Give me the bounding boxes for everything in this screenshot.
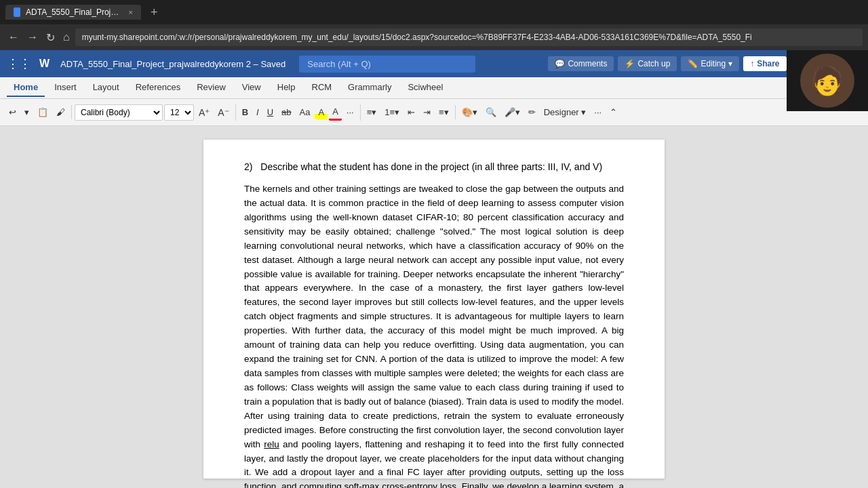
font-name-select[interactable]: Calibri (Body) [75, 104, 163, 121]
bold-button[interactable]: B [239, 105, 252, 119]
section-title: Describe what the student has done in th… [260, 161, 602, 172]
forward-button[interactable]: → [24, 30, 41, 45]
undo-button[interactable]: ↩ [5, 105, 20, 119]
paragraph-group: ≡▾ 1≡▾ ⇤ ⇥ ≡▾ [363, 105, 456, 119]
share-icon: ↑ [750, 59, 754, 68]
tab-home[interactable]: Home [7, 79, 45, 97]
toolbar: ↩ ▾ 📋 🖌 Calibri (Body) 12 A⁺ A⁻ B I U ab… [0, 99, 868, 126]
font-color-button[interactable]: A [329, 104, 342, 121]
video-face: 🧑 [800, 54, 854, 108]
tab-rcm[interactable]: RCM [305, 79, 339, 97]
home-button[interactable]: ⌂ [60, 30, 73, 45]
undo-dropdown[interactable]: ▾ [21, 105, 33, 119]
tab-sciwheel[interactable]: Sciwheel [401, 79, 450, 97]
increase-indent-button[interactable]: ⇥ [420, 105, 434, 119]
paragraph-1: The kernels and other training settings … [244, 182, 624, 488]
relu-text: relu [264, 439, 279, 449]
font-size-select[interactable]: 12 [164, 104, 194, 121]
styles-group: 🎨▾ 🔍 🎤▾ ✏ Designer ▾ ··· ⌃ [458, 105, 623, 119]
decrease-font-button[interactable]: A⁻ [214, 105, 232, 120]
document-area[interactable]: 2) Describe what the student has done in… [0, 126, 868, 488]
tab-review[interactable]: Review [190, 79, 233, 97]
browser-tab[interactable]: ADTA_5550_Final_Project_prajwa... × [5, 5, 141, 20]
numbering-button[interactable]: 1≡▾ [381, 105, 403, 119]
browser-chrome: ADTA_5550_Final_Project_prajwa... × + [0, 0, 868, 24]
catch-up-icon: ⚡ [625, 59, 635, 68]
catch-up-label: Catch up [637, 59, 670, 68]
decrease-indent-button[interactable]: ⇤ [404, 105, 418, 119]
designer-button[interactable]: Designer ▾ [540, 105, 590, 119]
highlight-button[interactable]: A [315, 105, 328, 119]
word-title-bar: ⋮⋮ W ADTA_5550_Final_Project_prajwalredd… [0, 50, 868, 77]
tab-title: ADTA_5550_Final_Project_prajwa... [26, 7, 120, 17]
tab-references[interactable]: References [129, 79, 187, 97]
ribbon-tabs: Home Insert Layout References Review Vie… [0, 77, 868, 99]
clipboard-button[interactable]: 📋 [34, 105, 52, 119]
tab-insert[interactable]: Insert [47, 79, 83, 97]
shading-button[interactable]: 🎨▾ [458, 105, 481, 119]
browser-nav-bar: ← → ↻ ⌂ [0, 24, 868, 50]
editing-button[interactable]: ✏️ Editing ▾ [681, 56, 739, 71]
video-thumbnail: 🧑 [787, 50, 868, 111]
comments-icon: 💬 [555, 59, 565, 68]
more-tools-button[interactable]: ··· [591, 105, 605, 119]
comments-button[interactable]: 💬 Comments [548, 56, 614, 71]
alignment-button[interactable]: ≡▾ [435, 105, 452, 119]
waffle-icon[interactable]: ⋮⋮ [7, 56, 31, 71]
close-tab-button[interactable]: × [129, 8, 133, 16]
bullets-button[interactable]: ≡▾ [363, 105, 380, 119]
chevron-down-icon: ▾ [728, 59, 732, 68]
section-number: 2) [244, 161, 252, 172]
change-case-button[interactable]: Aa [296, 105, 314, 119]
font-group: Calibri (Body) 12 A⁺ A⁻ [75, 104, 236, 121]
tab-grammarly[interactable]: Grammarly [341, 79, 398, 97]
new-tab-button[interactable]: + [146, 5, 162, 20]
catch-up-button[interactable]: ⚡ Catch up [618, 56, 677, 71]
undo-redo-group: ↩ ▾ 📋 🖌 [5, 105, 72, 119]
share-button[interactable]: ↑ Share [743, 56, 786, 71]
format-group: B I U ab Aa A A ··· [239, 104, 361, 121]
share-label: Share [757, 59, 779, 68]
paragraph-text: The kernels and other training settings … [244, 184, 624, 488]
collapse-ribbon-button[interactable]: ⌃ [606, 105, 620, 119]
tab-help[interactable]: Help [271, 79, 302, 97]
refresh-button[interactable]: ↻ [43, 30, 58, 45]
tab-view[interactable]: View [235, 79, 268, 97]
underline-button[interactable]: U [264, 105, 277, 119]
section-header: 2) Describe what the student has done in… [244, 160, 624, 174]
pen-button[interactable]: ✏ [525, 105, 539, 119]
doc-page: 2) Describe what the student has done in… [203, 140, 665, 479]
increase-font-button[interactable]: A⁺ [195, 105, 213, 120]
pencil-icon: ✏️ [688, 59, 698, 68]
word-logo: W [39, 58, 50, 70]
more-format-button[interactable]: ··· [343, 105, 357, 119]
italic-button[interactable]: I [253, 105, 262, 119]
format-painter-button[interactable]: 🖌 [53, 105, 68, 119]
back-button[interactable]: ← [5, 30, 22, 45]
tab-favicon [14, 7, 20, 17]
search-input[interactable] [299, 56, 475, 73]
address-bar[interactable] [75, 28, 863, 46]
microphone-button[interactable]: 🎤▾ [501, 105, 524, 119]
doc-title: ADTA_5550_Final_Project_prajwalreddykore… [60, 59, 285, 69]
tab-layout[interactable]: Layout [86, 79, 126, 97]
editing-label: Editing [701, 59, 726, 68]
find-button[interactable]: 🔍 [482, 105, 500, 119]
strikethrough-button[interactable]: ab [278, 105, 294, 119]
comments-label: Comments [568, 59, 607, 68]
